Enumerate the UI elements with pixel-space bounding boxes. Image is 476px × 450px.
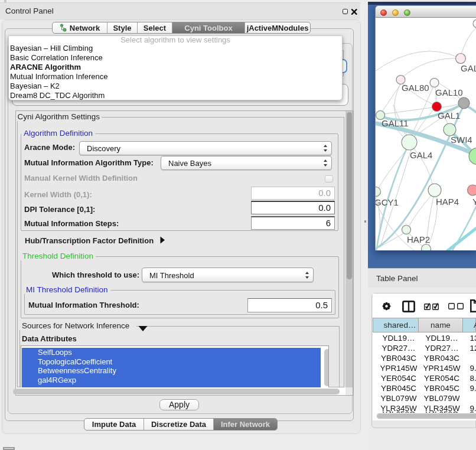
svg-text:GAL1: GAL1 bbox=[438, 110, 460, 120]
svg-text:GAL11: GAL11 bbox=[382, 118, 409, 128]
svg-text:GAL2: GAL2 bbox=[461, 63, 476, 73]
svg-text:SWI4: SWI4 bbox=[451, 135, 472, 145]
svg-text:HAP4: HAP4 bbox=[436, 197, 459, 207]
svg-text:GAL80: GAL80 bbox=[402, 83, 429, 93]
svg-text:GAL10: GAL10 bbox=[435, 87, 463, 97]
svg-text:GAL4: GAL4 bbox=[410, 150, 432, 160]
svg-text:HAP2: HAP2 bbox=[407, 234, 430, 244]
svg-text:Y: Y bbox=[472, 197, 476, 207]
svg-text:GCY1: GCY1 bbox=[376, 197, 399, 207]
